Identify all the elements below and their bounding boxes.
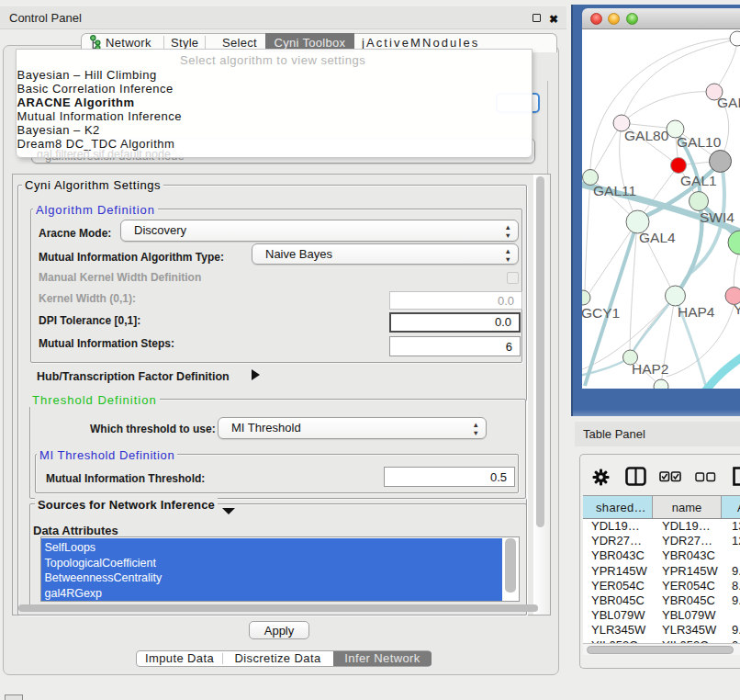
svg-text:GAL10: GAL10 (677, 134, 722, 150)
svg-text:Y: Y (734, 301, 740, 317)
svg-text:GAL11: GAL11 (593, 183, 636, 198)
svg-text:GCY1: GCY1 (582, 305, 620, 321)
svg-text:HAP4: HAP4 (678, 304, 715, 320)
svg-text:GAL1: GAL1 (680, 173, 717, 188)
svg-text:GAL4: GAL4 (639, 230, 676, 245)
svg-text:GAL7: GAL7 (717, 95, 740, 110)
svg-text:GAL80: GAL80 (624, 128, 669, 143)
svg-text:SWI4: SWI4 (700, 209, 734, 225)
svg-text:HAP2: HAP2 (632, 361, 669, 377)
